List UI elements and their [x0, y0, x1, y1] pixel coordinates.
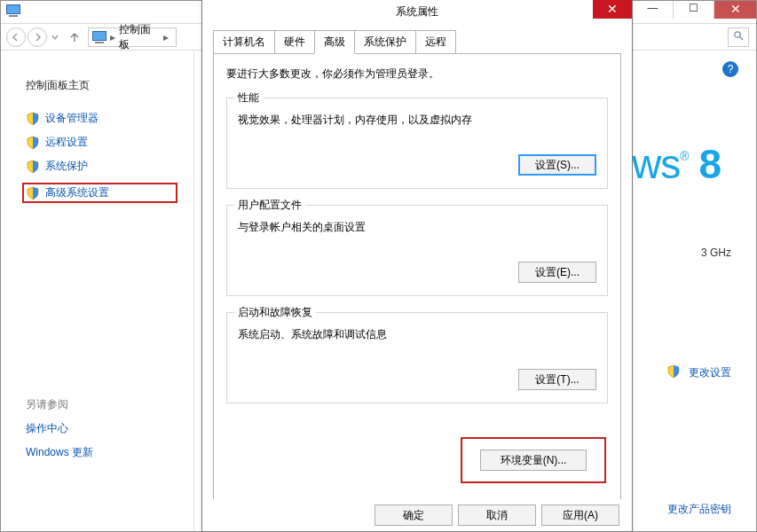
group-startup-recovery: 启动和故障恢复 系统启动、系统故障和调试信息 设置(T)...: [226, 312, 608, 403]
apply-button[interactable]: 应用(A): [541, 505, 619, 526]
svg-line-1: [740, 37, 743, 40]
group-title-startup-recovery: 启动和故障恢复: [234, 305, 316, 320]
sidebar-item-label: 远程设置: [45, 135, 88, 150]
admin-note: 要进行大多数更改，你必须作为管理员登录。: [226, 66, 608, 82]
minimize-button[interactable]: —: [632, 1, 673, 19]
sidebar-item-advanced-highlighted[interactable]: 高级系统设置: [22, 183, 177, 203]
user-profile-settings-button[interactable]: 设置(E)...: [518, 262, 596, 283]
tab-protection[interactable]: 系统保护: [354, 30, 416, 54]
windows-brand: ws® 8: [632, 140, 721, 188]
shield-icon: [26, 186, 40, 200]
tabs: 计算机名 硬件 高级 系统保护 远程: [213, 29, 632, 53]
tab-remote[interactable]: 远程: [415, 30, 456, 54]
close-button[interactable]: ✕: [714, 1, 756, 19]
group-performance: 性能 视觉效果，处理器计划，内存使用，以及虚拟内存 设置(S)...: [226, 98, 608, 189]
dialog-close-button[interactable]: ✕: [593, 0, 632, 19]
arrow-left-icon: [12, 33, 20, 42]
group-desc-performance: 视觉效果，处理器计划，内存使用，以及虚拟内存: [238, 113, 596, 128]
system-properties-dialog: 系统属性 ✕ 计算机名 硬件 高级 系统保护 远程 要进行大多数更改，你必须作为…: [201, 0, 633, 532]
tab-hardware[interactable]: 硬件: [274, 30, 315, 54]
sidebar-item-label: 系统保护: [45, 159, 88, 174]
dialog-title: 系统属性: [396, 4, 438, 20]
ok-button[interactable]: 确定: [375, 505, 453, 526]
recent-locations-button[interactable]: [49, 27, 61, 47]
control-panel-home[interactable]: 控制面板主页: [26, 78, 177, 93]
sidebar-item-label: 高级系统设置: [45, 185, 109, 200]
group-title-performance: 性能: [234, 90, 263, 106]
group-desc-startup-recovery: 系统启动、系统故障和调试信息: [238, 327, 596, 342]
group-user-profile: 用户配置文件 与登录帐户相关的桌面设置 设置(E)...: [226, 205, 608, 296]
maximize-button[interactable]: ☐: [673, 1, 714, 19]
sidebar-item-protection[interactable]: 系统保护: [26, 159, 177, 174]
env-var-highlight: 环境变量(N)...: [461, 437, 606, 483]
shield-icon: [26, 160, 40, 174]
arrow-right-icon: [33, 33, 42, 42]
breadcrumb-location[interactable]: 控制面板: [119, 22, 161, 52]
search-box[interactable]: [728, 27, 749, 47]
up-button[interactable]: [65, 27, 84, 47]
link-windows-update[interactable]: Windows 更新: [26, 445, 93, 460]
link-action-center[interactable]: 操作中心: [26, 421, 93, 436]
see-also-heading: 另请参阅: [26, 397, 93, 412]
search-icon: [733, 30, 744, 43]
dialog-actions: 确定 取消 应用(A): [202, 499, 632, 531]
shield-icon: [26, 112, 40, 126]
system-icon: [6, 4, 20, 19]
left-pane: 控制面板主页 设备管理器 远程设置 系统保护 高级系统设置 另: [1, 51, 194, 531]
tab-computer-name[interactable]: 计算机名: [213, 30, 275, 54]
group-title-user-profile: 用户配置文件: [234, 198, 305, 213]
group-desc-user-profile: 与登录帐户相关的桌面设置: [238, 220, 596, 235]
change-product-key-link[interactable]: 更改产品密钥: [667, 502, 731, 517]
see-also-section: 另请参阅 操作中心 Windows 更新: [26, 397, 93, 460]
shield-icon: [666, 364, 681, 379]
sidebar-item-label: 设备管理器: [45, 111, 99, 126]
chevron-down-icon: [51, 34, 59, 41]
cpu-ghz: 3 GHz: [701, 246, 731, 259]
forward-button[interactable]: [28, 27, 47, 47]
dialog-titlebar: 系统属性 ✕: [202, 0, 632, 26]
tab-advanced[interactable]: 高级: [314, 30, 355, 54]
breadcrumb-sep-icon: ▸: [110, 31, 115, 43]
cancel-button[interactable]: 取消: [458, 505, 536, 526]
breadcrumb-sep-icon: ▸: [163, 31, 169, 43]
address-bar[interactable]: ▸ 控制面板 ▸: [88, 27, 177, 47]
sidebar-item-device-manager[interactable]: 设备管理器: [26, 111, 177, 126]
change-settings-link[interactable]: 更改设置: [666, 364, 731, 380]
environment-variables-button[interactable]: 环境变量(N)...: [480, 450, 587, 471]
sidebar-item-remote[interactable]: 远程设置: [26, 135, 177, 150]
performance-settings-button[interactable]: 设置(S)...: [518, 154, 596, 176]
arrow-up-icon: [69, 32, 80, 43]
startup-recovery-settings-button[interactable]: 设置(T)...: [518, 369, 596, 390]
computer-icon: [92, 31, 106, 43]
window-controls: — ☐ ✕: [632, 1, 756, 19]
back-button[interactable]: [6, 27, 26, 47]
tab-page-advanced: 要进行大多数更改，你必须作为管理员登录。 性能 视觉效果，处理器计划，内存使用，…: [213, 53, 621, 518]
shield-icon: [26, 136, 40, 150]
svg-point-0: [735, 32, 740, 37]
